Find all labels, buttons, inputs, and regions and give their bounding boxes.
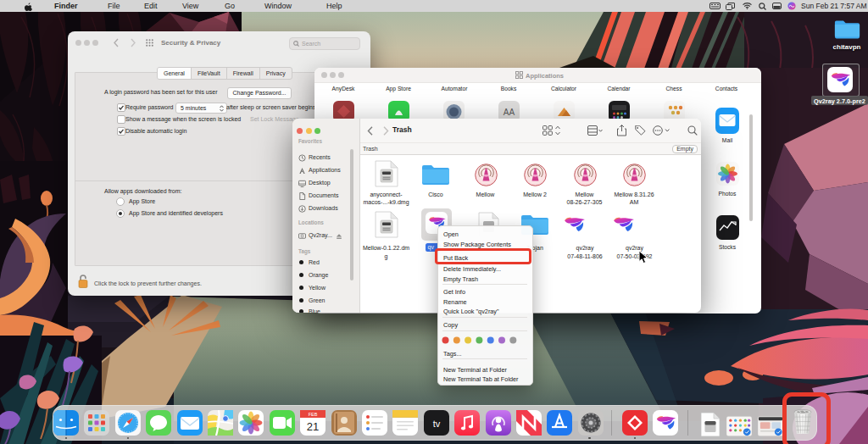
svg-text:FEB: FEB <box>309 412 318 417</box>
svg-text:AA: AA <box>504 108 515 117</box>
svg-text:tv: tv <box>433 419 441 429</box>
svg-text:21: 21 <box>307 420 319 433</box>
